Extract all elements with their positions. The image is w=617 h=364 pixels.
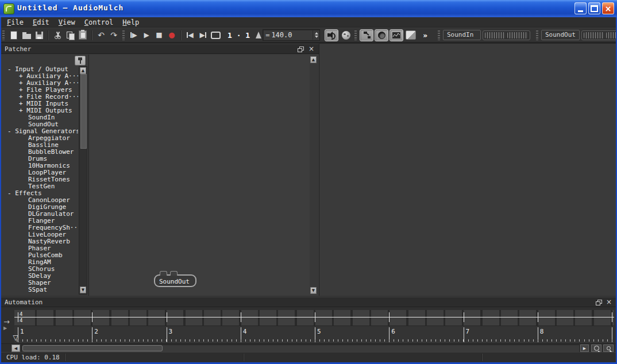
go-to-start-button[interactable]: ◀ <box>184 29 196 41</box>
canvas-scrollbar[interactable]: ▲ ▼ <box>310 56 318 295</box>
toolbar-separator <box>91 30 92 40</box>
bar-tick <box>241 312 241 322</box>
save-button[interactable] <box>33 29 45 41</box>
network-button[interactable] <box>340 29 352 41</box>
record-button[interactable]: ● <box>165 29 178 41</box>
play-from-button[interactable]: ▶ <box>128 29 140 41</box>
bar-line <box>167 327 167 342</box>
undo-button[interactable]: ↶ <box>95 29 107 41</box>
cut-button[interactable] <box>51 29 64 41</box>
tree-scrollbar[interactable]: ▲ ▼ <box>79 66 87 295</box>
track-arrow-icon[interactable]: → <box>3 318 14 326</box>
scroll-up-icon[interactable]: ▲ <box>80 67 86 74</box>
scroll-down-icon[interactable]: ▼ <box>80 286 86 293</box>
time-signature-track[interactable]: 4 4 <box>14 310 614 326</box>
node-input-tab[interactable] <box>170 271 178 276</box>
close-panel-icon[interactable]: × <box>308 45 314 53</box>
copy-button[interactable] <box>64 29 76 41</box>
bar-number: 4 <box>243 328 247 335</box>
properties-button[interactable] <box>404 29 417 41</box>
title-bar[interactable]: Untitled — AudioMulch × <box>0 0 617 17</box>
bar-tick <box>612 312 612 322</box>
zoom-in-button[interactable] <box>591 344 601 352</box>
workspace-background <box>319 44 616 296</box>
automation-view-button[interactable] <box>390 29 403 41</box>
scroll-down-icon[interactable]: ▼ <box>310 287 317 294</box>
soundout-widget: SoundOut <box>541 30 617 40</box>
node-input-tab[interactable] <box>160 271 167 276</box>
scroll-up-icon[interactable]: ▲ <box>310 56 317 63</box>
window-title: Untitled — AudioMulch <box>17 3 124 12</box>
scrollbar-track[interactable] <box>21 344 579 352</box>
patcher-canvas[interactable]: SoundOut ▲ ▼ <box>89 55 319 296</box>
patcher-icon <box>363 32 371 38</box>
float-panel-icon[interactable] <box>596 300 602 305</box>
audio-enable-button[interactable] <box>325 29 338 41</box>
zoom-out-button[interactable] <box>603 344 614 352</box>
open-button[interactable] <box>20 29 33 41</box>
stop-icon: ■ <box>156 32 162 38</box>
cpu-load: CPU load: 0.18 <box>6 354 60 361</box>
bar-line <box>315 327 315 342</box>
loop-button[interactable] <box>209 29 222 41</box>
bar-tick <box>538 312 538 322</box>
bar-ruler[interactable]: ▽ 12345678 <box>14 326 614 343</box>
bar-number: 6 <box>391 328 395 335</box>
toolbar-grip[interactable] <box>2 30 5 40</box>
scroll-left-icon[interactable]: ◀ <box>11 344 20 352</box>
soundin-label: SoundIn <box>443 30 481 40</box>
soundout-node[interactable]: SoundOut <box>154 274 196 287</box>
pin-button[interactable] <box>75 56 86 65</box>
bar-line <box>241 327 241 342</box>
toolbar-grip[interactable] <box>354 30 357 40</box>
maximize-button[interactable] <box>588 2 600 14</box>
minimize-button[interactable] <box>574 2 587 14</box>
bar-line <box>612 327 612 342</box>
toolbar-grip[interactable] <box>122 30 125 40</box>
scrollbar-thumb[interactable] <box>80 74 87 149</box>
play-button[interactable]: ▶ <box>140 29 153 41</box>
tempo-spinner[interactable] <box>313 30 318 40</box>
track-expand-icon[interactable]: ▶ <box>3 326 14 331</box>
bar-line <box>18 327 18 342</box>
menu-file[interactable]: File <box>2 18 28 26</box>
menu-view[interactable]: View <box>54 18 80 26</box>
bar-tick <box>167 312 167 322</box>
undo-icon: ↶ <box>98 32 105 38</box>
tempo-value[interactable]: 140.0 <box>271 31 313 39</box>
paste-button[interactable] <box>76 29 89 41</box>
automation-header[interactable]: Automation × <box>1 297 616 307</box>
new-button[interactable] <box>7 29 20 41</box>
new-file-icon <box>10 31 17 40</box>
level-meter <box>507 32 528 38</box>
level-meter <box>485 32 506 38</box>
close-button[interactable]: × <box>602 2 614 14</box>
bar-line <box>92 327 92 342</box>
save-icon <box>36 32 43 39</box>
close-panel-icon[interactable]: × <box>606 298 612 306</box>
tempo-field[interactable]: = 140.0 <box>263 29 320 41</box>
menu-edit[interactable]: Edit <box>28 18 54 26</box>
bar-tick <box>18 312 18 322</box>
globe-icon <box>342 31 350 40</box>
mixer-view-button[interactable] <box>375 29 388 41</box>
patcher-header[interactable]: Patcher × <box>1 44 319 54</box>
contraption-tree: - Input / Output+ Auxiliary A···+ Auxili… <box>2 66 78 295</box>
bar-number: 5 <box>317 328 321 335</box>
scroll-right-icon[interactable]: ▶ <box>580 344 589 352</box>
bar-number: 7 <box>466 328 470 335</box>
redo-button[interactable]: ↷ <box>107 29 120 41</box>
float-panel-icon[interactable] <box>298 47 304 52</box>
toolbar-overflow-chevron[interactable]: » <box>423 31 427 40</box>
scrollbar-thumb[interactable] <box>22 345 163 351</box>
horizontal-scrollbar[interactable]: ◀ ▶ <box>1 343 616 353</box>
toolbar-grip[interactable] <box>536 30 538 40</box>
stop-button[interactable]: ■ <box>153 29 165 41</box>
menu-help[interactable]: Help <box>118 18 144 26</box>
tree-item[interactable]: SSpat <box>2 286 78 293</box>
menu-control[interactable]: Control <box>80 18 118 26</box>
record-icon: ● <box>168 32 175 38</box>
patcher-view-button[interactable] <box>360 29 373 41</box>
toolbar-grip[interactable] <box>438 30 440 40</box>
go-to-end-button[interactable]: ▶ <box>196 29 209 41</box>
